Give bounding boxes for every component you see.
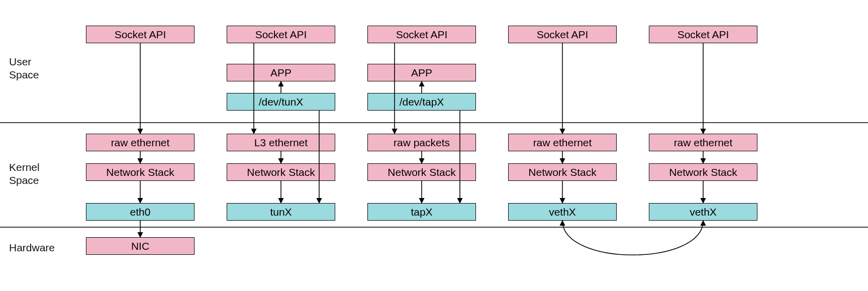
text: Socket API: [396, 29, 448, 41]
tap-network-stack: Network Stack: [367, 163, 476, 181]
text: vethX: [690, 206, 717, 218]
text: Network Stack: [247, 166, 315, 178]
text: tapX: [411, 206, 432, 218]
tun-device: tunX: [227, 203, 335, 221]
tun-socket-api: Socket API: [227, 26, 335, 43]
text: eth0: [130, 206, 151, 218]
text: /dev/tapX: [400, 96, 444, 108]
text: raw ethernet: [674, 137, 733, 149]
text: Socket API: [115, 29, 166, 41]
tun-l3-ethernet: L3 ethernet: [227, 134, 335, 151]
veth-right-device: vethX: [649, 203, 757, 221]
text: Network Stack: [669, 166, 737, 178]
text: raw ethernet: [533, 137, 592, 149]
veth-left-network-stack: Network Stack: [508, 163, 617, 181]
text: APP: [411, 67, 432, 79]
text: /dev/tunX: [259, 96, 304, 108]
veth-right-socket-api: Socket API: [649, 26, 757, 43]
tun-network-stack: Network Stack: [227, 163, 335, 181]
tap-dev-file: /dev/tapX: [367, 93, 476, 111]
veth-left-raw-ethernet: raw ethernet: [508, 134, 617, 151]
eth-nic: NIC: [86, 237, 195, 255]
veth-left-socket-api: Socket API: [508, 26, 617, 43]
tun-app: APP: [227, 64, 335, 81]
veth-right-raw-ethernet: raw ethernet: [649, 134, 757, 151]
veth-left-device: vethX: [508, 203, 617, 221]
eth-network-stack: Network Stack: [86, 163, 195, 181]
eth-device: eth0: [86, 203, 195, 221]
text: Network Stack: [106, 166, 174, 178]
tap-app: APP: [367, 64, 476, 81]
tun-dev-file: /dev/tunX: [227, 93, 335, 111]
text: vethX: [549, 206, 576, 218]
eth-raw-ethernet: raw ethernet: [86, 134, 195, 151]
tap-device: tapX: [367, 203, 476, 221]
text: raw ethernet: [111, 137, 170, 149]
tap-socket-api: Socket API: [367, 26, 476, 43]
text: Socket API: [255, 29, 307, 41]
label-user-space: User Space: [9, 55, 39, 82]
eth-socket-api: Socket API: [86, 26, 195, 43]
label-kernel-space: Kernel Space: [9, 161, 40, 187]
text: Socket API: [678, 29, 729, 41]
text: L3 ethernet: [254, 137, 308, 149]
veth-right-network-stack: Network Stack: [649, 163, 757, 181]
text: APP: [270, 67, 292, 79]
text: raw packets: [394, 137, 450, 149]
text: Network Stack: [388, 166, 455, 178]
label-hardware: Hardware: [9, 241, 55, 254]
text: tunX: [270, 206, 292, 218]
tap-raw-packets: raw packets: [367, 134, 476, 151]
text: NIC: [131, 240, 149, 252]
text: Network Stack: [528, 166, 596, 178]
text: Socket API: [537, 29, 589, 41]
